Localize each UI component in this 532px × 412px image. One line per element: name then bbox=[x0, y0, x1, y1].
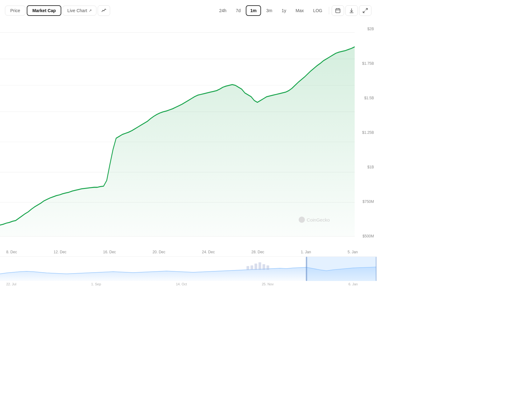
svg-rect-0 bbox=[336, 9, 340, 13]
live-chart-btn[interactable]: Live Chart ↗ bbox=[63, 6, 96, 16]
max-btn[interactable]: Max bbox=[292, 6, 308, 16]
svg-rect-19 bbox=[259, 262, 261, 270]
mini-chart-svg bbox=[0, 257, 376, 281]
x-label-28dec: 28. Dec bbox=[251, 250, 264, 254]
watermark-text: CoinGecko bbox=[307, 217, 330, 222]
download-btn[interactable] bbox=[345, 5, 358, 16]
y-label-500m: $500M bbox=[355, 234, 374, 238]
x-label-20dec: 20. Dec bbox=[152, 250, 165, 254]
svg-rect-17 bbox=[250, 265, 253, 270]
1m-btn[interactable]: 1m bbox=[246, 5, 261, 16]
7d-btn[interactable]: 7d bbox=[232, 6, 245, 16]
main-area: CoinGecko $2B $1.75B $1.5B $1.25B $1B $7… bbox=[0, 21, 376, 288]
chart-container: Price Market Cap Live Chart ↗ 24h 7d 1m … bbox=[0, 0, 376, 288]
mini-x-axis: 22. Jul 1. Sep 14. Oct 25. Nov 6. Jan bbox=[0, 281, 376, 288]
x-label-5jan: 5. Jan bbox=[348, 250, 358, 254]
mini-x-14oct: 14. Oct bbox=[176, 282, 187, 286]
expand-btn[interactable] bbox=[359, 5, 371, 16]
calendar-icon bbox=[335, 8, 341, 13]
mini-x-25nov: 25. Nov bbox=[262, 282, 273, 286]
coingecko-logo bbox=[299, 217, 305, 223]
log-btn[interactable]: LOG bbox=[309, 6, 326, 16]
mini-chart-area[interactable]: 22. Jul 1. Sep 14. Oct 25. Nov 6. Jan bbox=[0, 256, 376, 288]
chart-with-yaxis: CoinGecko $2B $1.75B $1.5B $1.25B $1B $7… bbox=[0, 21, 376, 248]
y-label-125b: $1.25B bbox=[355, 130, 374, 135]
svg-rect-22 bbox=[306, 257, 307, 281]
x-label-1jan: 1. Jan bbox=[301, 250, 311, 254]
live-chart-label: Live Chart bbox=[67, 8, 87, 13]
svg-line-6 bbox=[366, 8, 367, 10]
svg-rect-20 bbox=[263, 264, 265, 270]
y-axis: $2B $1.75B $1.5B $1.25B $1B $750M $500M bbox=[355, 21, 376, 248]
mini-x-22jul: 22. Jul bbox=[6, 282, 16, 286]
x-label-12dec: 12. Dec bbox=[54, 250, 66, 254]
toolbar-left: Price Market Cap Live Chart ↗ bbox=[5, 5, 214, 16]
x-label-24dec: 24. Dec bbox=[202, 250, 215, 254]
selection-overlay bbox=[306, 257, 376, 281]
chart-plot-area: CoinGecko bbox=[0, 21, 355, 248]
line-chart-icon bbox=[101, 8, 107, 13]
y-label-750m: $750M bbox=[355, 199, 374, 204]
toolbar-divider-1 bbox=[329, 7, 329, 14]
mini-x-1sep: 1. Sep bbox=[91, 282, 101, 286]
toolbar-right: 24h 7d 1m 3m 1y Max LOG bbox=[215, 5, 371, 16]
mini-x-6jan: 6. Jan bbox=[348, 282, 358, 286]
24h-btn[interactable]: 24h bbox=[215, 6, 231, 16]
main-chart-svg bbox=[0, 21, 355, 248]
expand-icon bbox=[362, 8, 368, 13]
toolbar: Price Market Cap Live Chart ↗ 24h 7d 1m … bbox=[0, 0, 376, 21]
calendar-btn[interactable] bbox=[332, 5, 344, 16]
svg-rect-18 bbox=[254, 264, 257, 270]
svg-rect-16 bbox=[246, 266, 249, 270]
market-cap-tab[interactable]: Market Cap bbox=[27, 5, 61, 16]
price-tab[interactable]: Price bbox=[5, 6, 26, 16]
x-axis: 8. Dec 12. Dec 16. Dec 20. Dec 24. Dec 2… bbox=[0, 248, 376, 256]
x-label-16dec: 16. Dec bbox=[103, 250, 116, 254]
x-label-8dec: 8. Dec bbox=[6, 250, 17, 254]
3m-btn[interactable]: 3m bbox=[262, 6, 276, 16]
watermark: CoinGecko bbox=[299, 217, 330, 223]
y-label-175b: $1.75B bbox=[355, 61, 374, 66]
y-label-1b: $1B bbox=[355, 165, 374, 169]
svg-rect-23 bbox=[376, 257, 376, 281]
svg-rect-21 bbox=[267, 265, 269, 270]
chart-type-btn[interactable] bbox=[98, 5, 110, 16]
svg-line-7 bbox=[363, 11, 365, 13]
y-label-15b: $1.5B bbox=[355, 96, 374, 100]
y-label-2b: $2B bbox=[355, 27, 374, 31]
external-link-icon: ↗ bbox=[89, 8, 92, 13]
1y-btn[interactable]: 1y bbox=[278, 6, 290, 16]
download-icon bbox=[349, 8, 354, 13]
